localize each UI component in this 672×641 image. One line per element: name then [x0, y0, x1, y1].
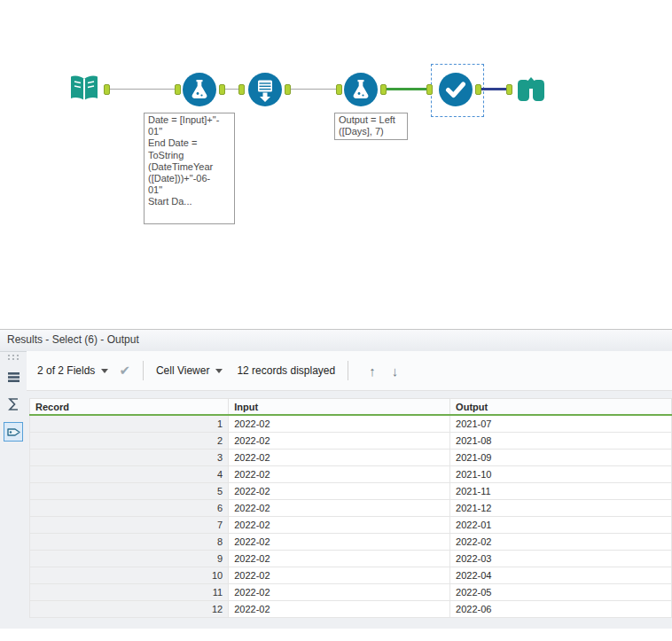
output-anchor[interactable] [219, 84, 225, 95]
data-cell[interactable]: 2022-06 [450, 601, 672, 618]
data-cell[interactable]: 2022-02 [229, 517, 450, 534]
tag-annotation-icon[interactable] [4, 422, 23, 442]
record-number-cell[interactable]: 1 [30, 415, 229, 433]
output-anchor[interactable] [285, 84, 291, 95]
table-row: 102022-022022-04 [30, 567, 672, 584]
data-cell[interactable]: 2022-02 [229, 567, 450, 584]
input-anchor[interactable] [175, 84, 181, 95]
results-grid: RecordInputOutput 12022-022021-0722022-0… [29, 398, 672, 618]
table-row: 22022-022021-08 [30, 433, 672, 449]
output-anchor[interactable] [475, 84, 481, 95]
connection-wire-selected[interactable] [387, 88, 426, 90]
data-cell[interactable]: 2021-08 [450, 433, 672, 449]
app-window: Date = [Input]+"- 01" End Date = ToStrin… [0, 0, 672, 641]
table-row: 12022-022021-07 [30, 415, 672, 433]
data-cell[interactable]: 2022-02 [229, 466, 450, 483]
output-anchor[interactable] [380, 84, 387, 95]
record-number-cell[interactable]: 2 [30, 433, 229, 449]
table-row: 32022-022021-09 [30, 449, 672, 466]
apply-check-icon[interactable]: ✔ [119, 363, 130, 379]
data-cell[interactable]: 2021-07 [450, 415, 672, 433]
record-number-cell[interactable]: 7 [30, 517, 229, 534]
fields-dropdown[interactable]: 2 of 2 Fields [37, 364, 108, 377]
cell-viewer-dropdown[interactable]: Cell Viewer [156, 364, 223, 377]
data-cell[interactable]: 2022-02 [450, 534, 672, 551]
results-table-body: 12022-022021-0722022-022021-0832022-0220… [30, 415, 672, 618]
tool-browse[interactable] [513, 72, 549, 107]
table-row: 122022-022022-06 [30, 601, 672, 618]
data-cell[interactable]: 2022-03 [450, 551, 672, 567]
input-anchor[interactable] [426, 84, 433, 95]
output-anchor[interactable] [104, 84, 110, 95]
data-cell[interactable]: 2021-11 [450, 483, 672, 500]
formula-flask-icon [182, 72, 217, 107]
record-number-cell[interactable]: 12 [30, 601, 229, 618]
column-header[interactable]: Output [450, 399, 672, 416]
chevron-down-icon [101, 369, 108, 373]
connection-wire[interactable] [291, 89, 336, 90]
column-header[interactable]: Record [30, 399, 229, 416]
table-row: 52022-022021-11 [30, 483, 672, 500]
select-check-icon [438, 72, 473, 107]
data-cell[interactable]: 2022-02 [229, 433, 450, 449]
results-main-area: 2 of 2 Fields ✔ Cell Viewer 12 records d… [27, 351, 672, 629]
connection-wire[interactable] [225, 89, 238, 90]
formula-annotation[interactable]: Date = [Input]+"- 01" End Date = ToStrin… [144, 113, 235, 224]
connection-wire[interactable] [110, 89, 175, 90]
record-number-cell[interactable]: 6 [30, 500, 229, 517]
browse-binoculars-icon [513, 72, 549, 107]
scroll-up-icon[interactable]: ↑ [369, 363, 376, 379]
table-row: 62022-022021-12 [30, 500, 672, 517]
data-cell[interactable]: 2022-05 [450, 584, 672, 601]
data-cell[interactable]: 2021-09 [450, 449, 672, 466]
records-displayed-text: 12 records displayed [237, 364, 335, 377]
column-header[interactable]: Input [229, 399, 450, 416]
record-number-cell[interactable]: 9 [30, 551, 229, 567]
input-anchor[interactable] [506, 84, 512, 95]
data-cell[interactable]: 2022-02 [229, 449, 450, 466]
tool-select[interactable] [438, 72, 473, 107]
fields-dropdown-label: 2 of 2 Fields [37, 364, 95, 377]
workflow-canvas[interactable]: Date = [Input]+"- 01" End Date = ToStrin… [0, 0, 672, 330]
tool-generate-rows[interactable] [247, 72, 283, 107]
table-row: 82022-022022-02 [30, 534, 672, 551]
input-data-book-icon [66, 72, 102, 107]
results-panel: Results - Select (6) - Output [0, 329, 672, 629]
tool-formula-1[interactable] [182, 72, 217, 107]
data-cell[interactable]: 2022-02 [229, 415, 450, 433]
connection-wire[interactable] [481, 88, 506, 90]
data-cell[interactable]: 2021-10 [450, 466, 672, 483]
data-cell[interactable]: 2022-01 [450, 517, 672, 534]
formula-annotation[interactable]: Output = Left ([Days], 7) [334, 113, 408, 140]
results-toolbar: 2 of 2 Fields ✔ Cell Viewer 12 records d… [27, 351, 672, 391]
data-cell[interactable]: 2022-02 [229, 483, 450, 500]
tool-formula-2[interactable] [343, 72, 379, 107]
record-number-cell[interactable]: 10 [30, 567, 229, 584]
data-cell[interactable]: 2022-02 [229, 601, 450, 618]
table-row: 42022-022021-10 [30, 466, 672, 483]
sigma-metadata-icon[interactable] [4, 395, 23, 414]
input-anchor[interactable] [336, 84, 342, 95]
record-number-cell[interactable]: 4 [30, 466, 229, 483]
data-cell[interactable]: 2022-02 [229, 534, 450, 551]
table-rows-icon[interactable] [4, 367, 23, 387]
scroll-down-icon[interactable]: ↓ [392, 363, 399, 379]
record-number-cell[interactable]: 11 [30, 584, 229, 601]
formula-flask-icon [343, 72, 379, 107]
record-number-cell[interactable]: 5 [30, 483, 229, 500]
data-cell[interactable]: 2022-04 [450, 567, 672, 584]
tool-input-data[interactable] [66, 72, 102, 107]
drag-grip-icon[interactable] [7, 354, 20, 361]
input-anchor[interactable] [238, 84, 245, 95]
results-icon-strip [0, 351, 27, 629]
record-number-cell[interactable]: 8 [30, 534, 229, 551]
data-cell[interactable]: 2021-12 [450, 500, 672, 517]
toolbar-divider [348, 361, 348, 380]
record-number-cell[interactable]: 3 [30, 449, 229, 466]
data-cell[interactable]: 2022-02 [229, 500, 450, 517]
toolbar-divider [143, 361, 144, 380]
results-panel-title: Results - Select (6) - Output [0, 330, 672, 352]
generate-rows-icon [247, 72, 283, 107]
data-cell[interactable]: 2022-02 [229, 551, 450, 567]
data-cell[interactable]: 2022-02 [229, 584, 450, 601]
